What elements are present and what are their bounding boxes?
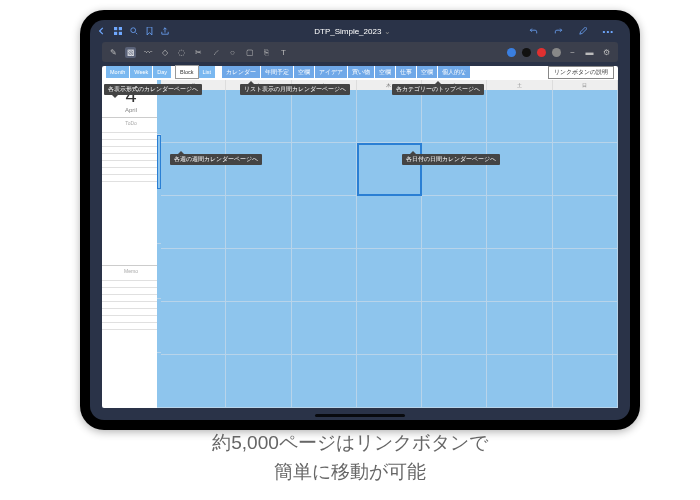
category-button[interactable]: 空欄 [375,66,396,78]
settings-icon[interactable]: ⚙ [601,47,612,58]
redo-icon[interactable] [554,27,563,36]
category-button[interactable]: 買い物 [348,66,375,78]
ruler-icon[interactable]: ⟋ [210,47,221,58]
svg-rect-0 [114,27,117,30]
calendar-cell[interactable] [553,249,618,302]
calendar-cell[interactable] [553,90,618,143]
home-indicator[interactable] [315,414,405,417]
cut-icon[interactable]: ✂ [193,47,204,58]
calendar-cell[interactable] [161,302,226,355]
calendar-cell[interactable] [422,143,487,196]
category-button[interactable]: アイデア [315,66,348,78]
explain-link-button[interactable]: リンクボタンの説明 [548,66,614,79]
calendar-cell[interactable] [422,355,487,408]
document-title[interactable]: DTP_Simple_2023⌄ [177,27,529,36]
category-button[interactable]: 仕事 [396,66,417,78]
calendar-cell[interactable] [161,355,226,408]
calendar-cell[interactable] [422,249,487,302]
calendar-cell[interactable] [357,355,422,408]
calendar-cell[interactable] [226,90,291,143]
calendar-cell[interactable] [292,249,357,302]
calendar-cell[interactable] [487,143,552,196]
color-swatch[interactable] [552,48,561,57]
category-button[interactable]: 空欄 [417,66,438,78]
calendar-cell[interactable] [422,302,487,355]
color-swatch[interactable] [522,48,531,57]
calendar-cell[interactable] [292,143,357,196]
chevron-down-icon: ⌄ [384,27,391,36]
back-icon[interactable] [98,27,106,35]
app-toolbar: DTP_Simple_2023⌄ ••• [90,20,630,42]
calendar-cell[interactable] [292,355,357,408]
category-button[interactable]: 年間予定 [261,66,294,78]
screen: DTP_Simple_2023⌄ ••• ✎ ▧ 〰 ◇ ◌ ✂ ⟋ ○ ▢ ⎘… [90,20,630,420]
view-button-week[interactable]: Week [130,66,153,78]
category-button[interactable]: 空欄 [294,66,315,78]
calendar-cell[interactable] [422,196,487,249]
minus-icon[interactable]: − [567,47,578,58]
calendar-cell[interactable] [226,249,291,302]
search-icon[interactable] [130,27,138,35]
stroke-width-icon[interactable]: ▬ [584,47,595,58]
marker-tool-icon[interactable]: ▧ [125,47,136,58]
more-icon[interactable]: ••• [603,27,614,36]
calendar-cell[interactable] [226,143,291,196]
calendar-cell[interactable] [487,249,552,302]
callout-weekly: 各週の週間カレンダーページへ [170,154,262,165]
color-swatch[interactable] [507,48,516,57]
text-tool-icon[interactable]: T [278,47,289,58]
lasso-icon[interactable]: ◌ [176,47,187,58]
calendar-cell[interactable] [161,143,226,196]
eraser-icon[interactable]: ◇ [159,47,170,58]
view-button-month[interactable]: Month [106,66,130,78]
edit-icon[interactable] [579,27,587,36]
block-button[interactable]: Block [175,65,198,79]
day-header: 土 [487,80,552,90]
shape-icon[interactable]: ○ [227,47,238,58]
calendar-cell[interactable] [553,143,618,196]
calendar-cell[interactable] [553,196,618,249]
calendar-cell[interactable] [226,196,291,249]
calendar-cell[interactable] [292,302,357,355]
calendar-cell[interactable] [161,196,226,249]
calendar-cell[interactable] [161,90,226,143]
calendar-cell[interactable] [487,90,552,143]
stroke-icon[interactable]: 〰 [142,47,153,58]
calendar-cell[interactable] [487,355,552,408]
link-icon[interactable]: ⎘ [261,47,272,58]
svg-rect-2 [114,32,117,35]
calendar-cell[interactable] [487,196,552,249]
calendar-cell[interactable] [161,249,226,302]
calendar-cell[interactable] [553,302,618,355]
image-icon[interactable]: ▢ [244,47,255,58]
calendar-cell[interactable] [226,302,291,355]
pen-tool-icon[interactable]: ✎ [108,47,119,58]
calendar-cell[interactable] [357,249,422,302]
category-button[interactable]: カレンダー [222,66,261,78]
document-page: Month Week Day Block List カレンダー 年間予定 空欄 … [102,66,618,408]
promo-caption: 約5,000ページはリンクボタンで 簡単に移動が可能 [0,428,700,487]
grid-icon[interactable] [114,27,122,35]
calendar-cell[interactable] [292,196,357,249]
color-swatch[interactable] [537,48,546,57]
calendar-cell[interactable] [357,196,422,249]
undo-icon[interactable] [529,27,538,36]
calendar-cell[interactable] [292,90,357,143]
day-header: 日 [553,80,618,90]
view-button-day[interactable]: Day [153,66,172,78]
calendar-cell[interactable] [357,302,422,355]
callout-view-format: 各表示形式のカレンダーページへ [104,84,202,95]
share-icon[interactable] [161,27,169,35]
category-button[interactable]: 個人的な [438,66,471,78]
bookmark-icon[interactable] [146,27,153,35]
callout-monthly-list: リスト表示の月間カレンダーページへ [240,84,350,95]
calendar-cell[interactable] [487,302,552,355]
calendar-cell[interactable] [553,355,618,408]
memo-section[interactable]: Memo [102,265,160,409]
calendar-cell[interactable] [422,90,487,143]
calendar-cell[interactable] [357,90,422,143]
list-button[interactable]: List [199,66,217,78]
callout-daily: 各日付の日間カレンダーページへ [402,154,500,165]
todo-section[interactable]: ToDo [102,117,160,261]
calendar-cell[interactable] [226,355,291,408]
